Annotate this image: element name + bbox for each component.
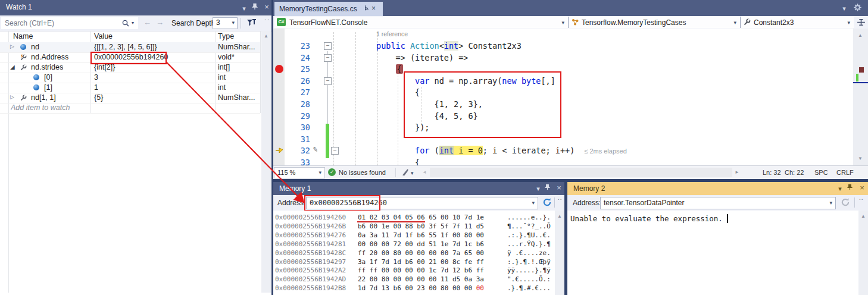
chevron-down-icon[interactable]: ▾ <box>319 170 321 175</box>
hscroll-left-icon[interactable]: ◄ <box>422 170 427 175</box>
code-line[interactable]: 24–=> (iterate) => <box>273 52 853 64</box>
watch-row-name[interactable]: nd[1, 1] <box>31 93 56 102</box>
code-line[interactable]: 31 <box>273 133 853 145</box>
chevron-down-icon[interactable]: ▾ <box>532 200 535 206</box>
close-icon[interactable]: × <box>262 2 271 12</box>
address-input[interactable]: tensor.TensorDataPointer ▾ <box>600 197 836 209</box>
code-text[interactable]: => (iterate) => <box>396 53 469 62</box>
editor-menu-chevron-icon[interactable]: ▾ <box>839 4 849 13</box>
fold-collapse-box[interactable]: – <box>324 77 332 85</box>
chevron-down-icon[interactable]: ▾ <box>232 20 235 26</box>
status-spc[interactable]: SPC <box>814 169 828 176</box>
hscroll-track[interactable] <box>430 168 732 177</box>
search-input[interactable]: Search (Ctrl+E) ▾ <box>1 17 138 29</box>
memory-hex-bytes[interactable]: 3a 1f 7d 1d b6 00 21 00 8c fe ff <box>358 258 484 266</box>
code-area[interactable]: 1 reference 23–public Action<int> Consta… <box>273 29 853 165</box>
watch-row-name[interactable]: nd <box>31 43 39 51</box>
fold-collapse-box[interactable]: – <box>324 54 332 62</box>
watch-row-value[interactable]: 0x000002556b194260 <box>94 53 213 61</box>
watch-row-name[interactable]: nd.Address <box>31 53 68 61</box>
memory-hex-bytes[interactable]: 01 02 03 04 05 06 65 00 10 7d 1e <box>358 214 484 221</box>
memory-hex-bytes[interactable]: 1d 7d 13 b6 00 23 00 80 00 00 00 <box>358 284 484 292</box>
memory-hex-bytes[interactable]: ff 20 00 80 00 00 00 00 7a 65 00 <box>358 249 484 257</box>
watch-row[interactable]: ▷nd{[[1, 2, 3], [4, 5, 6]]}NumShar... <box>0 42 260 53</box>
code-text[interactable]: for (int i = 0; i < iterate; i++)≤ 2ms e… <box>415 146 627 155</box>
memory1-titlebar[interactable]: Memory 1 ▾ × <box>273 182 564 195</box>
code-text[interactable]: public Action<int> Constant2x3 <box>376 41 522 51</box>
fold-collapse-box[interactable]: – <box>331 147 339 155</box>
code-line[interactable]: 25{ <box>273 63 853 75</box>
tab-memorytestingcases[interactable]: MemoryTestingCases.cs × <box>274 2 383 16</box>
fold-collapse-box[interactable]: – <box>324 42 332 50</box>
code-cleanup-icon[interactable] <box>401 168 409 177</box>
search-depth-select[interactable]: 3 ▾ <box>213 17 238 29</box>
col-value[interactable]: Value <box>94 32 113 40</box>
scroll-up-icon[interactable]: ▲ <box>858 33 863 38</box>
code-line[interactable]: 26–var nd = np.array(new byte[,] <box>273 75 853 87</box>
reference-count-label[interactable]: 1 reference <box>376 30 408 37</box>
memory1-content[interactable]: 0x000002556B19426001 02 03 04 05 06 65 0… <box>273 211 555 295</box>
code-line[interactable]: 27{ <box>273 86 853 98</box>
filter-watch-icon[interactable] <box>245 17 257 29</box>
memory-hex-bytes[interactable]: 0a 3a 11 7d 1f b6 55 1f 00 80 00 <box>358 231 484 239</box>
status-eol[interactable]: CRLF <box>836 169 854 176</box>
watch-titlebar[interactable]: Watch 1 ▾ × <box>0 0 271 15</box>
watch-row-value[interactable]: 3 <box>94 73 213 81</box>
watch-row[interactable]: ▷nd[1, 1]{5}NumShar... <box>0 93 260 103</box>
watch-row-value[interactable]: 1 <box>94 83 213 92</box>
col-type[interactable]: Type <box>218 32 234 40</box>
search-forward-icon[interactable]: → <box>156 18 164 27</box>
watch-row-name[interactable]: [0] <box>44 73 52 81</box>
chevron-down-icon[interactable]: ▾ <box>847 20 850 26</box>
memory2-titlebar[interactable]: Memory 2 ▾ × <box>567 182 868 195</box>
close-icon[interactable]: × <box>554 183 564 193</box>
pin-icon[interactable] <box>544 184 554 193</box>
perf-tip-label[interactable]: ≤ 2ms elapsed <box>584 148 626 155</box>
watch-row-value[interactable]: {[[1, 2, 3], [4, 5, 6]]} <box>94 43 213 51</box>
code-text[interactable]: { <box>396 64 403 74</box>
issues-label[interactable]: No issues found <box>339 169 386 176</box>
code-text[interactable]: { <box>415 158 420 165</box>
issues-check-icon[interactable]: ✓ <box>328 168 336 176</box>
memory-hex-bytes[interactable]: ff ff 00 00 00 00 1c 7d 12 b6 ff <box>358 266 484 274</box>
watch-scrollbar[interactable]: ▲ <box>261 31 271 293</box>
scroll-up-icon[interactable]: ▲ <box>557 214 562 219</box>
memory2-content[interactable]: Unable to evaluate the expression. <box>567 211 858 295</box>
code-line[interactable]: 29{4, 5, 6} <box>273 110 853 122</box>
chevron-down-icon[interactable]: ▾ <box>411 170 414 176</box>
tab-pin-icon[interactable] <box>363 5 369 12</box>
chevron-down-icon[interactable]: ▾ <box>829 200 832 206</box>
pin-icon[interactable] <box>847 184 856 193</box>
expander-collapsed-icon[interactable]: ▷ <box>10 94 14 100</box>
expander-expanded-icon[interactable]: ◢ <box>10 64 15 70</box>
watch-row-name[interactable]: [1] <box>44 83 52 92</box>
col-name[interactable]: Name <box>13 32 33 40</box>
watch-row[interactable]: nd.Address0x000002556b194260void* <box>0 52 260 63</box>
watch-row-name[interactable]: nd.strides <box>31 63 63 71</box>
hscroll-right-icon[interactable]: ► <box>735 170 739 175</box>
watch-row-value[interactable]: {int[2]} <box>94 63 213 71</box>
search-back-icon[interactable]: ← <box>143 18 151 27</box>
watch-row[interactable]: [0]3int <box>0 73 260 83</box>
project-dropdown[interactable]: C# TensorFlowNET.Console ▾ <box>274 17 569 28</box>
zoom-select[interactable]: 115 % ▾ <box>274 167 325 178</box>
memory1-scrollbar[interactable]: ▲ <box>555 211 564 295</box>
window-menu-icon[interactable]: ▾ <box>835 184 845 193</box>
window-menu-icon[interactable]: ▾ <box>533 184 543 193</box>
pin-icon[interactable] <box>251 3 261 12</box>
expander-collapsed-icon[interactable]: ▷ <box>10 43 14 49</box>
memory2-scrollbar[interactable]: ▲ <box>858 211 868 295</box>
watch-add-item-row[interactable]: Add item to watch <box>0 103 260 114</box>
scroll-down-icon[interactable]: ▼ <box>858 156 863 161</box>
search-icon[interactable] <box>121 19 130 27</box>
code-line[interactable]: 33{ <box>273 156 853 165</box>
toolbar-overflow-icon[interactable]: .. <box>558 194 563 201</box>
memory-hex-bytes[interactable]: b6 00 1e 00 88 b0 3f 5f 7f 11 d5 <box>358 222 484 230</box>
memory-hex-bytes[interactable]: 00 00 00 72 00 dd 51 1e 7d 1c b6 <box>358 240 484 248</box>
type-dropdown[interactable]: Tensorflow.MemoryTestingCases ▾ <box>569 17 741 28</box>
code-line[interactable]: 23–public Action<int> Constant2x3 <box>273 40 853 52</box>
watch-row[interactable]: ◢nd.strides{int[2]}int[] <box>0 62 260 73</box>
refresh-icon[interactable] <box>542 197 552 207</box>
splitter-grip-icon[interactable] <box>856 20 865 29</box>
close-icon[interactable]: × <box>857 183 867 193</box>
